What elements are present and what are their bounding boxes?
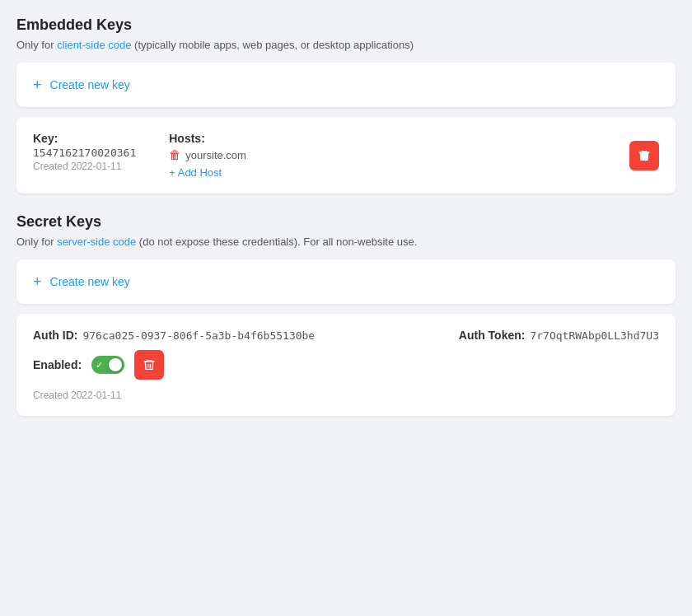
- enabled-label: Enabled:: [33, 358, 82, 371]
- embedded-key-created: Created 2022-01-11: [33, 161, 136, 172]
- embedded-key-delete-button[interactable]: [629, 141, 659, 170]
- enabled-row: Enabled: ✓: [33, 350, 659, 380]
- auth-token-label: Auth Token:: [459, 329, 526, 342]
- embedded-key-block: Key: 1547162170020361 Created 2022-01-11: [33, 132, 136, 172]
- embedded-key-label: Key:: [33, 132, 136, 145]
- embedded-key-card: Key: 1547162170020361 Created 2022-01-11…: [16, 117, 676, 194]
- embedded-create-new-key-row[interactable]: + Create new key: [33, 77, 659, 92]
- auth-token-value: 7r7OqtRWAbp0LL3hd7U3: [530, 329, 659, 342]
- secret-create-card: + Create new key: [16, 259, 676, 304]
- host-delete-icon[interactable]: 🗑: [169, 148, 180, 161]
- embedded-create-new-key-label: Create new key: [50, 78, 130, 91]
- add-host-link[interactable]: + Add Host: [169, 166, 246, 179]
- server-side-code-link[interactable]: server-side code: [57, 236, 136, 248]
- client-side-code-link[interactable]: client-side code: [57, 39, 131, 51]
- embedded-host-value: yoursite.com: [185, 149, 246, 161]
- secret-plus-icon: +: [33, 274, 42, 289]
- secret-keys-title: Secret Keys: [16, 213, 676, 231]
- auth-id-value: 976ca025-0937-806f-5a3b-b4f6b55130be: [82, 329, 315, 342]
- embedded-keys-description: Only for client-side code (typically mob…: [16, 39, 676, 51]
- toggle-knob: [109, 358, 122, 371]
- embedded-desc-after: (typically mobile apps, web pages, or de…: [131, 39, 414, 51]
- secret-keys-section: Secret Keys Only for server-side code (d…: [16, 213, 676, 416]
- secret-create-new-key-label: Create new key: [50, 275, 130, 288]
- secret-auth-card: Auth ID: 976ca025-0937-806f-5a3b-b4f6b55…: [16, 314, 676, 416]
- auth-trash-svg-icon: [143, 358, 156, 371]
- auth-created-label: Created 2022-01-11: [33, 390, 659, 401]
- auth-id-section: Auth ID: 976ca025-0937-806f-5a3b-b4f6b55…: [33, 329, 315, 342]
- embedded-plus-icon: +: [33, 77, 42, 92]
- toggle-check-icon: ✓: [96, 360, 103, 371]
- embedded-hosts-block: Hosts: 🗑 yoursite.com + Add Host: [169, 132, 246, 179]
- embedded-hosts-label: Hosts:: [169, 132, 246, 145]
- embedded-keys-section: Embedded Keys Only for client-side code …: [16, 16, 676, 194]
- enabled-toggle[interactable]: ✓: [91, 356, 124, 374]
- auth-token-section: Auth Token: 7r7OqtRWAbp0LL3hd7U3: [459, 329, 659, 342]
- embedded-key-info: Key: 1547162170020361 Created 2022-01-11…: [33, 132, 246, 179]
- trash-svg-icon: [638, 149, 651, 162]
- secret-keys-description: Only for server-side code (do not expose…: [16, 236, 676, 248]
- secret-desc-before: Only for: [16, 236, 57, 248]
- embedded-keys-title: Embedded Keys: [16, 16, 676, 34]
- auth-top-row: Auth ID: 976ca025-0937-806f-5a3b-b4f6b55…: [33, 329, 659, 342]
- embedded-key-value: 1547162170020361: [33, 147, 136, 159]
- embedded-create-card: + Create new key: [16, 63, 676, 107]
- embedded-desc-before: Only for: [16, 39, 57, 51]
- auth-delete-button[interactable]: [134, 350, 164, 380]
- auth-id-label: Auth ID:: [33, 329, 77, 342]
- secret-create-new-key-row[interactable]: + Create new key: [33, 274, 659, 289]
- embedded-host-item: 🗑 yoursite.com: [169, 148, 246, 161]
- secret-desc-after: (do not expose these credentials). For a…: [136, 236, 417, 248]
